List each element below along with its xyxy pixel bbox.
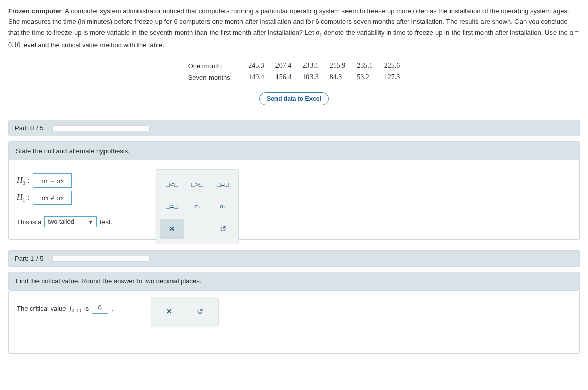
part-0-panel: H0 : σ₁ = σ₂ H1 : σ₁ ≠ σ₂ This is a two-…: [8, 160, 580, 240]
palette-eq[interactable]: □=□: [211, 174, 234, 194]
critical-value-input[interactable]: 0: [92, 303, 108, 314]
h0-input[interactable]: σ₁ = σ₂: [33, 173, 72, 188]
problem-statement: Frozen computer: A computer system admin…: [8, 6, 580, 51]
progress-bar-1: [52, 256, 150, 262]
palette-sigma2[interactable]: σ₂: [211, 196, 234, 217]
table-row: Seven months: 149.4 156.4 103.3 84.3 53.…: [183, 72, 405, 82]
tail-select[interactable]: two-tailed ▼: [44, 216, 96, 227]
part-0-header: Part: 0 / 5: [8, 120, 580, 136]
table-row: One month: 245.3 207.4 233.1 215.9 235.1…: [183, 61, 405, 71]
part-0-prompt: State the null and alternate hypothesis.: [8, 141, 580, 160]
palette2-reset-button[interactable]: ↺: [186, 301, 214, 322]
progress-bar-0: [52, 125, 150, 131]
palette-reset-button[interactable]: ↺: [211, 219, 234, 239]
palette2-clear-button[interactable]: ✕: [155, 301, 184, 322]
palette-clear-button[interactable]: ✕: [160, 219, 184, 239]
symbol-palette-2: ✕ ↺: [151, 297, 219, 326]
palette-neq[interactable]: □≠□: [160, 196, 184, 217]
palette-gt[interactable]: □>□: [186, 174, 209, 194]
h1-input[interactable]: σ₁ ≠ σ₂: [33, 191, 72, 205]
h0-row: H0 : σ₁ = σ₂: [17, 173, 571, 188]
tail-row: This is a two-tailed ▼ test.: [17, 216, 571, 227]
part-1-prompt: Find the critical value. Round the answe…: [8, 272, 580, 291]
chevron-down-icon: ▼: [88, 219, 93, 225]
send-to-excel-button[interactable]: Send data to Excel: [259, 92, 329, 105]
part-1-header: Part: 1 / 5: [8, 250, 580, 267]
data-table: One month: 245.3 207.4 233.1 215.9 235.1…: [182, 60, 406, 83]
palette-sigma1[interactable]: σ₁: [186, 196, 209, 217]
symbol-palette-1: □<□ □>□ □=□ □≠□ σ₁ σ₂ ✕ ↺: [156, 169, 239, 243]
palette-lt[interactable]: □<□: [160, 174, 184, 194]
h1-row: H1 : σ₁ ≠ σ₂: [17, 191, 571, 205]
problem-title: Frozen computer: [8, 7, 61, 15]
critical-value-row: The critical value f0.10 is 0 .: [17, 303, 571, 314]
part-1-panel: The critical value f0.10 is 0 . ✕ ↺: [8, 291, 580, 354]
